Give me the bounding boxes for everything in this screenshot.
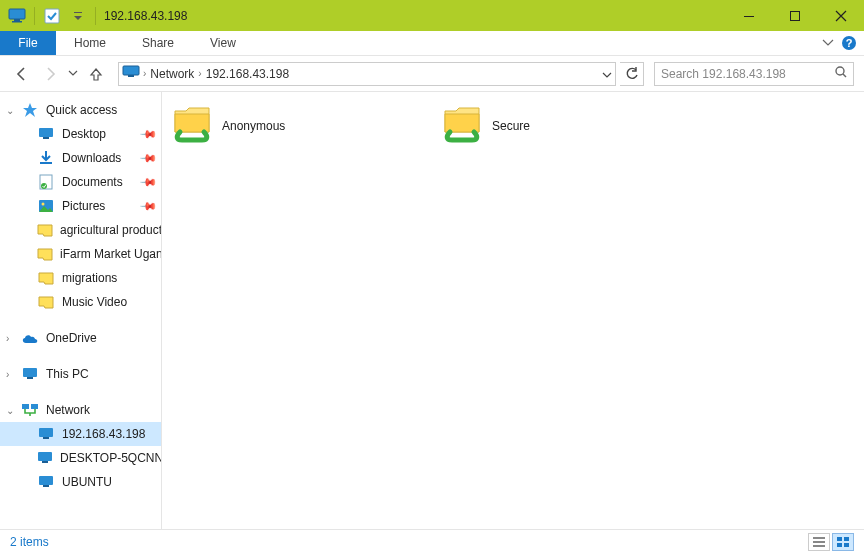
computer-icon (38, 450, 52, 466)
svg-rect-33 (837, 537, 842, 541)
quick-access-icon (22, 102, 38, 118)
svg-rect-35 (837, 543, 842, 547)
qat-dropdown-icon[interactable] (67, 5, 89, 27)
close-button[interactable] (818, 0, 864, 31)
folder-icon (38, 270, 54, 286)
svg-rect-2 (12, 21, 22, 23)
view-switcher (808, 533, 854, 551)
share-label: Anonymous (222, 119, 285, 133)
forward-button[interactable] (38, 62, 62, 86)
sidebar-label: OneDrive (46, 331, 97, 345)
sidebar-this-pc[interactable]: › This PC (0, 362, 161, 386)
recent-locations-button[interactable] (66, 62, 80, 86)
chevron-down-icon[interactable]: ⌄ (6, 405, 14, 416)
file-tab[interactable]: File (0, 31, 56, 55)
sidebar-item-computer[interactable]: UBUNTU (0, 470, 161, 494)
chevron-right-icon[interactable]: › (6, 369, 9, 380)
svg-rect-20 (23, 368, 37, 377)
tab-share[interactable]: Share (124, 31, 192, 55)
chevron-right-icon[interactable]: › (198, 68, 201, 79)
svg-rect-21 (27, 377, 33, 379)
sidebar-item-computer[interactable]: DESKTOP-5QCNNN (0, 446, 161, 470)
search-icon[interactable] (835, 66, 847, 81)
sidebar-item-computer[interactable]: 192.168.43.198 (0, 422, 161, 446)
sidebar-item-label: Pictures (62, 199, 105, 213)
sidebar-item-label: iFarm Market Uganda (60, 247, 162, 261)
tab-home[interactable]: Home (56, 31, 124, 55)
refresh-button[interactable] (620, 62, 644, 86)
view-details-button[interactable] (808, 533, 830, 551)
breadcrumb-network[interactable]: Network (150, 67, 194, 81)
chevron-down-icon[interactable]: ⌄ (6, 105, 14, 116)
sidebar-item-folder[interactable]: Music Video (0, 290, 161, 314)
sidebar-quick-access[interactable]: ⌄ Quick access (0, 98, 161, 122)
downloads-icon (38, 150, 54, 166)
sidebar-item-folder[interactable]: migrations (0, 266, 161, 290)
qat-separator-2 (95, 7, 96, 25)
svg-rect-32 (813, 545, 825, 547)
maximize-button[interactable] (772, 0, 818, 31)
documents-icon (38, 174, 54, 190)
ribbon-tabs: File Home Share View ? (0, 31, 864, 56)
sidebar-item-label: Music Video (62, 295, 127, 309)
svg-rect-34 (844, 537, 849, 541)
up-button[interactable] (84, 62, 108, 86)
minimize-button[interactable] (726, 0, 772, 31)
pin-icon: 📌 (138, 172, 157, 191)
svg-rect-14 (43, 137, 49, 139)
svg-rect-28 (39, 476, 53, 485)
svg-rect-31 (813, 541, 825, 543)
share-item[interactable]: Anonymous (172, 106, 422, 146)
svg-rect-4 (74, 12, 82, 13)
content-pane[interactable]: Anonymous Secure (162, 92, 864, 529)
svg-point-11 (836, 67, 844, 75)
svg-rect-22 (22, 404, 29, 409)
sidebar-item-label: agricultural products (60, 223, 162, 237)
svg-rect-26 (38, 452, 52, 461)
folder-icon (38, 222, 52, 238)
svg-line-12 (843, 74, 846, 77)
tab-view[interactable]: View (192, 31, 254, 55)
svg-rect-10 (128, 75, 134, 77)
title-bar: 192.168.43.198 (0, 0, 864, 31)
chevron-right-icon[interactable]: › (6, 333, 9, 344)
address-bar[interactable]: › Network › 192.168.43.198 (118, 62, 616, 86)
chevron-right-icon[interactable]: › (143, 68, 146, 79)
sidebar-item-label: Documents (62, 175, 123, 189)
sidebar-item-label: Downloads (62, 151, 121, 165)
svg-rect-1 (14, 19, 20, 21)
sidebar-label: Quick access (46, 103, 117, 117)
svg-rect-29 (43, 485, 49, 487)
address-dropdown-button[interactable] (603, 67, 611, 81)
sidebar-network[interactable]: ⌄ Network (0, 398, 161, 422)
network-share-icon (172, 106, 212, 146)
navigation-bar: › Network › 192.168.43.198 Search 192.16… (0, 56, 864, 92)
ribbon-expand-button[interactable] (818, 31, 838, 55)
svg-rect-27 (42, 461, 48, 463)
share-item[interactable]: Secure (442, 106, 692, 146)
computer-icon (38, 426, 54, 442)
sidebar-item-desktop[interactable]: Desktop 📌 (0, 122, 161, 146)
qat-checkbox-icon[interactable] (41, 5, 63, 27)
back-button[interactable] (10, 62, 34, 86)
pictures-icon (38, 198, 54, 214)
sidebar-item-folder[interactable]: iFarm Market Uganda (0, 242, 161, 266)
sidebar-group-onedrive: › OneDrive (0, 326, 161, 350)
pin-icon: 📌 (138, 196, 157, 215)
svg-rect-13 (39, 128, 53, 137)
sidebar-item-folder[interactable]: agricultural products (0, 218, 161, 242)
svg-rect-9 (123, 66, 139, 75)
sidebar-item-documents[interactable]: Documents 📌 (0, 170, 161, 194)
breadcrumb-host[interactable]: 192.168.43.198 (206, 67, 289, 81)
help-button[interactable]: ? (838, 32, 860, 54)
sidebar-item-downloads[interactable]: Downloads 📌 (0, 146, 161, 170)
svg-rect-3 (45, 9, 59, 23)
qat-monitor-icon[interactable] (6, 5, 28, 27)
search-box[interactable]: Search 192.168.43.198 (654, 62, 854, 86)
sidebar-onedrive[interactable]: › OneDrive (0, 326, 161, 350)
item-count: 2 items (10, 535, 49, 549)
view-large-icons-button[interactable] (832, 533, 854, 551)
sidebar-item-pictures[interactable]: Pictures 📌 (0, 194, 161, 218)
share-label: Secure (492, 119, 530, 133)
sidebar-label: Network (46, 403, 90, 417)
